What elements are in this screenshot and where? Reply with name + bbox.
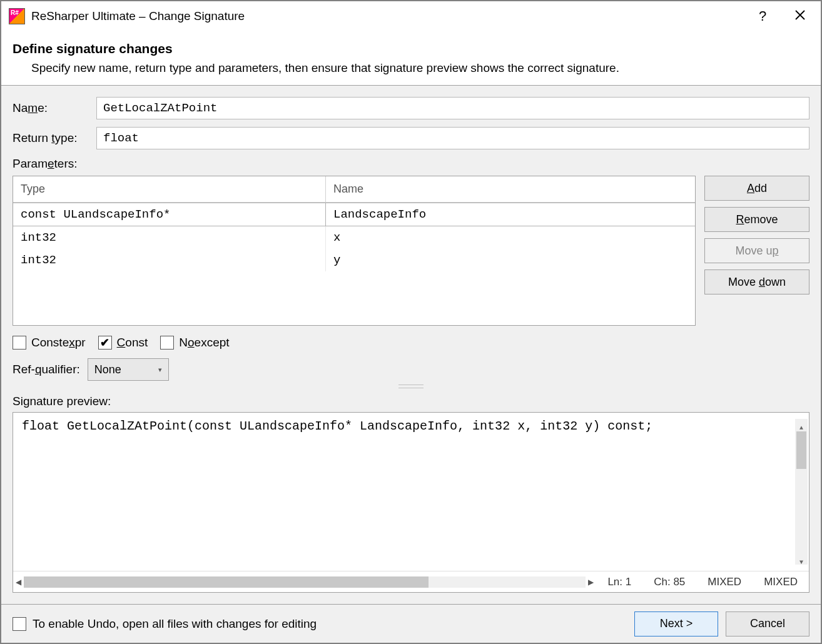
page-title: Define signature changes <box>13 41 809 56</box>
help-button[interactable]: ? <box>754 8 771 24</box>
parameter-row[interactable]: int32x <box>13 226 695 249</box>
return-type-label: Return type: <box>13 131 96 145</box>
enable-undo-checkbox[interactable]: To enable Undo, open all files with chan… <box>13 617 627 631</box>
column-type[interactable]: Type <box>13 176 326 202</box>
const-checkbox[interactable]: ✔ Const <box>98 336 148 350</box>
parameters-label: Parameters: <box>13 157 809 171</box>
close-button[interactable] <box>792 8 808 24</box>
status-col: Ch: 85 <box>654 576 685 588</box>
checkbox-icon <box>13 617 26 631</box>
titlebar: ReSharper Ultimate – Change Signature ? <box>1 1 821 31</box>
checkbox-icon: ✔ <box>98 336 112 350</box>
parameter-name[interactable]: y <box>326 249 695 271</box>
add-button[interactable]: Add <box>704 176 809 201</box>
parameter-row[interactable]: const ULandscapeInfo*LandscapeInfo <box>13 203 695 226</box>
name-label: Name: <box>13 101 96 115</box>
remove-button[interactable]: Remove <box>704 207 809 232</box>
parameter-name[interactable]: LandscapeInfo <box>326 203 695 226</box>
parameter-name[interactable]: x <box>326 226 695 249</box>
parameters-table[interactable]: Type Name const ULandscapeInfo*Landscape… <box>13 176 696 326</box>
move-up-button[interactable]: Move up <box>704 238 809 263</box>
parameter-type[interactable]: int32 <box>13 249 326 271</box>
next-button[interactable]: Next > <box>634 611 718 636</box>
signature-preview-label: Signature preview: <box>13 395 809 408</box>
status-enc2: MIXED <box>764 576 798 588</box>
app-icon <box>9 8 25 24</box>
vertical-scrollbar[interactable] <box>795 419 808 565</box>
parameter-row[interactable]: int32y <box>13 249 695 271</box>
page-subtitle: Specify new name, return type and parame… <box>13 61 809 75</box>
checkbox-icon <box>13 336 26 350</box>
move-down-button[interactable]: Move down <box>704 269 809 294</box>
window-title: ReSharper Ultimate – Change Signature <box>31 9 754 23</box>
cancel-button[interactable]: Cancel <box>726 611 809 636</box>
chevron-down-icon: ▾ <box>158 366 162 374</box>
parameters-header: Type Name <box>13 176 695 203</box>
signature-preview: float GetLocalZAtPoint(const ULandscapeI… <box>13 412 809 593</box>
header-section: Define signature changes Specify new nam… <box>1 31 821 86</box>
footer: To enable Undo, open all files with chan… <box>1 604 821 643</box>
status-bar: ◀ ▶ Ln: 1 Ch: 85 MIXED MIXED <box>13 571 809 592</box>
checkbox-icon <box>160 336 174 350</box>
ref-qualifier-select[interactable]: None ▾ <box>88 358 169 381</box>
return-type-input[interactable] <box>96 127 809 149</box>
noexcept-checkbox[interactable]: Noexcept <box>160 336 229 350</box>
constexpr-checkbox[interactable]: Constexpr <box>13 336 86 350</box>
signature-preview-text[interactable]: float GetLocalZAtPoint(const ULandscapeI… <box>13 413 809 571</box>
ref-qualifier-label: Ref-qualifier: <box>13 363 80 376</box>
horizontal-scrollbar[interactable]: ◀ ▶ <box>13 576 596 588</box>
column-name[interactable]: Name <box>326 176 695 202</box>
status-line: Ln: 1 <box>607 576 631 588</box>
name-input[interactable] <box>96 97 809 119</box>
status-enc1: MIXED <box>708 576 741 588</box>
parameter-type[interactable]: int32 <box>13 226 326 249</box>
main-panel: Name: Return type: Parameters: Type Name… <box>1 86 821 604</box>
resize-grip[interactable] <box>398 385 424 388</box>
parameter-type[interactable]: const ULandscapeInfo* <box>13 203 326 226</box>
